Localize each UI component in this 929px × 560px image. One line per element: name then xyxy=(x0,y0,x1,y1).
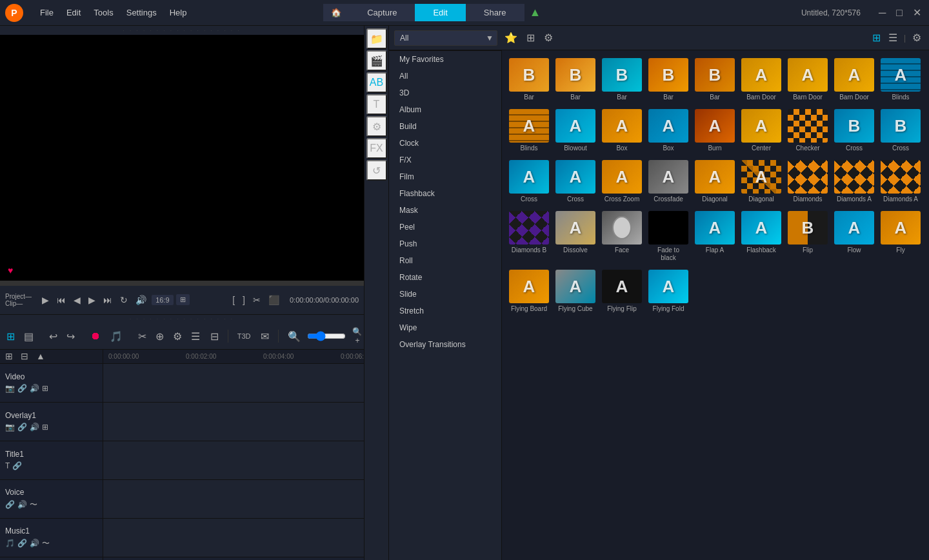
transition-item[interactable]: BBar xyxy=(554,55,597,104)
transition-item[interactable]: BCross xyxy=(879,106,923,155)
settings-view-button[interactable]: ⚙ xyxy=(910,30,924,45)
redo-button[interactable]: ↪ xyxy=(63,328,79,345)
play-button[interactable]: ▶ xyxy=(39,294,52,306)
transition-item[interactable]: ACross Zoom xyxy=(600,157,644,206)
transition-item[interactable]: AFlap A xyxy=(693,208,737,265)
transition-item[interactable]: BBar xyxy=(507,55,551,104)
track-row-title[interactable] xyxy=(103,441,364,480)
volume-button[interactable]: 🔊 xyxy=(133,294,149,306)
menu-help[interactable]: Help xyxy=(163,5,194,20)
track-row-voice[interactable] xyxy=(103,480,364,519)
transition-item[interactable]: BCross xyxy=(832,106,876,155)
track-layout-button[interactable]: ⊟ xyxy=(206,328,223,345)
dropdown-item-roll[interactable]: Roll xyxy=(389,252,501,269)
track-row-overlay[interactable] xyxy=(103,403,364,441)
transition-item[interactable]: AFlying Board xyxy=(507,267,551,315)
dropdown-item-flashback[interactable]: Flashback xyxy=(389,185,501,202)
zoom-out-button[interactable]: 🔍 xyxy=(284,328,305,345)
transition-item[interactable]: ACross xyxy=(554,157,597,206)
transition-item[interactable]: ACross xyxy=(507,157,551,206)
minimize-button[interactable]: ─ xyxy=(876,7,888,19)
undo-button[interactable]: ↩ xyxy=(45,328,61,345)
dropdown-item-peel[interactable]: Peel xyxy=(389,219,501,235)
transition-item[interactable]: AFlashback xyxy=(739,208,783,265)
dropdown-item-3d[interactable]: 3D xyxy=(389,85,501,101)
menu-tools[interactable]: Tools xyxy=(87,5,119,20)
transition-item[interactable]: ABarn Door xyxy=(739,55,783,104)
transition-item[interactable]: BBar xyxy=(646,55,690,104)
snapshot-button[interactable]: ⬛ xyxy=(266,294,282,306)
next-button[interactable]: ⏭ xyxy=(101,294,115,306)
transition-item[interactable]: BFlip xyxy=(786,208,830,265)
transition-item[interactable]: Diamonds A xyxy=(832,157,876,206)
add-track-button[interactable]: ⊞ xyxy=(3,350,15,363)
transition-item[interactable]: ADiagonal xyxy=(693,157,737,206)
music-wave-icon[interactable]: 〜 xyxy=(42,538,50,549)
transition-item[interactable]: Checker xyxy=(786,106,830,155)
transition-item[interactable]: ABlinds xyxy=(879,55,923,104)
video-volume-icon[interactable]: 🔊 xyxy=(30,384,39,393)
paint-button[interactable]: ✉ xyxy=(257,328,273,345)
music-volume-icon[interactable]: 🔊 xyxy=(30,539,39,548)
settings-filter-button[interactable]: ⚙ xyxy=(542,30,555,46)
remove-track-button[interactable]: ⊟ xyxy=(18,350,31,363)
transition-item[interactable]: ABox xyxy=(600,106,644,155)
video-more-icon[interactable]: ⊞ xyxy=(42,384,48,393)
dropdown-item-wipe[interactable]: Wipe xyxy=(389,319,501,336)
zoom-slider[interactable] xyxy=(307,331,346,341)
mix-audio-button[interactable]: 🎵 xyxy=(106,328,126,345)
transition-item[interactable]: AFly xyxy=(879,208,923,265)
overlay-more-icon[interactable]: ⊞ xyxy=(42,423,48,432)
dropdown-item-favorites[interactable]: My Favorites xyxy=(389,51,501,68)
title-link-icon[interactable]: 🔗 xyxy=(12,461,22,470)
transition-item[interactable]: ABlowout xyxy=(554,106,597,155)
clip-button[interactable]: ✂ xyxy=(250,294,263,306)
merge-button[interactable]: ⊕ xyxy=(152,328,168,345)
dropdown-item-build[interactable]: Build xyxy=(389,118,501,135)
step-back-button[interactable]: ◀ xyxy=(71,294,83,306)
menu-file[interactable]: File xyxy=(34,5,60,20)
voice-volume-icon[interactable]: 🔊 xyxy=(17,500,27,509)
transition-item[interactable]: ACenter xyxy=(739,106,783,155)
preview-timeline[interactable] xyxy=(0,281,364,286)
zoom-in-button[interactable]: 🔍+ xyxy=(348,325,366,348)
transition-item[interactable]: ADiagonal xyxy=(739,157,783,206)
transition-item[interactable]: Diamonds B xyxy=(507,208,551,265)
menu-edit[interactable]: Edit xyxy=(60,5,87,20)
transition-item[interactable]: ABox xyxy=(646,106,690,155)
effects-button[interactable]: ⚙ xyxy=(169,328,186,345)
transition-item[interactable]: AFlow xyxy=(832,208,876,265)
dropdown-item-slide[interactable]: Slide xyxy=(389,286,501,303)
motion-panel-button[interactable]: ↺ xyxy=(366,160,387,181)
voice-wave-icon[interactable]: 〜 xyxy=(30,499,37,510)
media-panel-button[interactable]: 📁 xyxy=(366,28,387,49)
overlay-link-icon[interactable]: 🔗 xyxy=(17,423,27,432)
timeline-view-button[interactable]: ⊞ xyxy=(3,328,19,345)
dropdown-item-clock[interactable]: Clock xyxy=(389,135,501,152)
loop-button[interactable]: ↻ xyxy=(117,294,130,306)
transition-item[interactable]: ABurn xyxy=(693,106,737,155)
restore-button[interactable]: □ xyxy=(894,7,905,19)
upload-button[interactable]: ▲ xyxy=(530,6,541,19)
transition-item[interactable]: ABarn Door xyxy=(786,55,830,104)
filters-panel-button[interactable]: FX xyxy=(366,138,387,159)
transition-item[interactable]: BBar xyxy=(600,55,644,104)
zoom-button[interactable]: ⊞ xyxy=(176,294,190,305)
text-panel-button[interactable]: T xyxy=(366,94,387,115)
dropdown-item-film[interactable]: Film xyxy=(389,168,501,185)
dropdown-item-mask[interactable]: Mask xyxy=(389,202,501,219)
close-button[interactable]: ✕ xyxy=(910,6,924,19)
split-button[interactable]: ✂ xyxy=(134,328,150,345)
transition-item[interactable]: Fade to black xyxy=(646,208,690,265)
list-view-button[interactable]: ☰ xyxy=(886,30,900,45)
3d-text-button[interactable]: T3D xyxy=(234,330,255,343)
storyboard-view-button[interactable]: ▤ xyxy=(20,328,37,345)
transition-item[interactable]: ACrossfade xyxy=(646,157,690,206)
fx-panel-button[interactable]: 🎬 xyxy=(366,50,387,71)
dropdown-item-overlay[interactable]: Overlay Transitions xyxy=(389,336,501,353)
transitions-panel-button[interactable]: AB xyxy=(366,72,387,93)
transition-item[interactable]: Diamonds xyxy=(786,157,830,206)
grid-view-button[interactable]: ⊞ xyxy=(870,30,883,45)
step-forward-button[interactable]: ▶ xyxy=(86,294,98,306)
mark-out-button[interactable]: ] xyxy=(240,294,248,306)
